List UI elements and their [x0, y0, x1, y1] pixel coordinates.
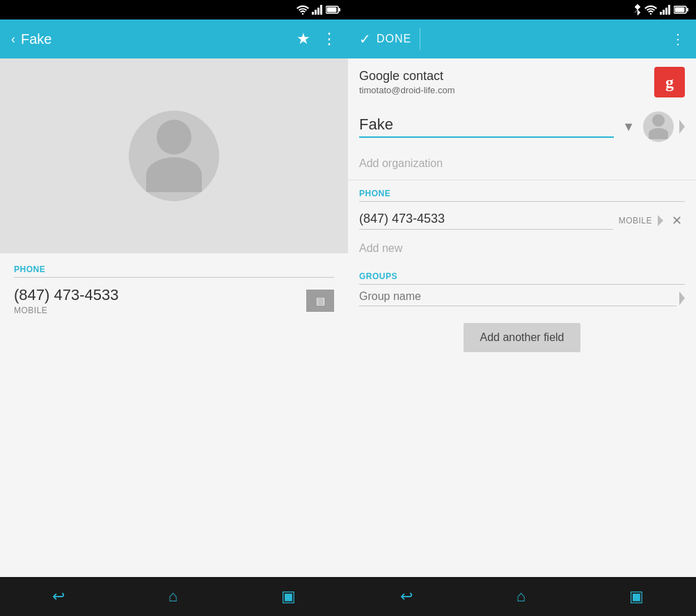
avatar-thumb-head	[652, 114, 665, 127]
battery-icon-left	[326, 6, 341, 14]
add-new-phone[interactable]: Add new	[348, 234, 696, 263]
signal-icon	[312, 5, 323, 15]
right-toolbar: ✓ DONE ⋮	[348, 19, 696, 58]
name-dropdown-button[interactable]: ▼	[619, 117, 638, 137]
add-another-field-button[interactable]: Add another field	[464, 323, 581, 352]
avatar	[129, 111, 219, 201]
svg-rect-9	[660, 12, 662, 15]
avatar-thumb-person-graphic	[649, 114, 668, 139]
battery-icon-right	[674, 6, 689, 14]
left-toolbar-icons: ★ ⋮	[296, 30, 337, 48]
menu-icon-left[interactable]: ⋮	[322, 30, 337, 48]
svg-rect-14	[687, 8, 689, 12]
svg-rect-10	[663, 10, 665, 15]
group-edge-marker	[679, 292, 685, 306]
left-phone-section: PHONE (847) 473-4533 MOBILE ▤	[0, 253, 348, 315]
back-button[interactable]: ‹	[11, 32, 15, 47]
svg-rect-4	[320, 5, 322, 15]
phone-edit-input[interactable]	[359, 212, 613, 230]
back-nav-button-left[interactable]: ↩	[41, 582, 76, 611]
google-contact-info: Google contact timotato@droid-life.com	[359, 69, 454, 95]
back-nav-button-right[interactable]: ↩	[389, 582, 424, 611]
avatar-person-graphic	[146, 120, 202, 192]
svg-rect-3	[317, 8, 319, 15]
google-contact-email: timotato@droid-life.com	[359, 85, 454, 95]
right-groups-divider	[359, 284, 685, 285]
svg-rect-15	[675, 8, 685, 13]
phone-number: (847) 473-4533	[14, 286, 306, 304]
google-logo: g	[654, 67, 685, 97]
right-phone-label: PHONE	[359, 189, 685, 198]
svg-rect-6	[339, 8, 341, 12]
wifi-icon	[296, 5, 309, 15]
group-name-input[interactable]	[359, 290, 677, 306]
remove-phone-button[interactable]: ✕	[669, 210, 685, 231]
sms-button[interactable]: ▤	[306, 290, 334, 312]
status-icons-left	[296, 5, 341, 15]
phone-edit-row: MOBILE ✕	[359, 207, 685, 234]
left-panel: ‹ Fake ★ ⋮ PHONE (847)	[0, 19, 348, 577]
right-groups-section: GROUPS	[348, 263, 696, 306]
add-organization[interactable]: Add organization	[348, 148, 696, 180]
home-nav-button-right[interactable]: ⌂	[505, 582, 537, 611]
avatar-body	[146, 157, 202, 192]
status-icons-right	[633, 4, 689, 15]
contact-avatar-area	[0, 58, 348, 253]
menu-icon-right[interactable]: ⋮	[671, 31, 685, 47]
signal-icon-right	[660, 5, 671, 15]
avatar-thumbnail	[643, 111, 674, 142]
sms-icon: ▤	[316, 295, 325, 306]
left-nav-bar: ↩ ⌂ ▣	[0, 577, 348, 616]
phone-type: MOBILE	[14, 306, 306, 315]
done-button[interactable]: ✓ DONE	[359, 31, 411, 47]
right-content: Google contact timotato@droid-life.com g…	[348, 58, 696, 577]
avatar-thumb-body	[649, 128, 668, 139]
wifi-icon-right	[644, 5, 657, 15]
group-row	[359, 290, 685, 306]
done-label: DONE	[377, 33, 411, 45]
add-field-button-area: Add another field	[348, 306, 696, 369]
nav-bars-row: ↩ ⌂ ▣ ↩ ⌂ ▣	[0, 577, 696, 616]
avatar-head	[157, 120, 191, 155]
right-phone-divider	[359, 201, 685, 202]
svg-rect-7	[327, 8, 337, 13]
left-panel-title: Fake	[21, 31, 296, 47]
svg-point-0	[302, 13, 303, 15]
phone-section-label: PHONE	[14, 264, 334, 274]
google-contact-header: Google contact timotato@droid-life.com g	[348, 58, 696, 106]
check-icon: ✓	[359, 31, 371, 47]
right-phone-section: PHONE MOBILE ✕	[348, 180, 696, 234]
right-nav-bar: ↩ ⌂ ▣	[348, 577, 696, 616]
name-input-wrap	[359, 116, 614, 138]
svg-rect-1	[312, 12, 314, 15]
name-input[interactable]	[359, 116, 614, 138]
svg-rect-11	[665, 8, 667, 15]
status-bar-left	[0, 0, 348, 19]
left-toolbar: ‹ Fake ★ ⋮	[0, 19, 348, 58]
google-contact-name: Google contact	[359, 69, 454, 84]
svg-rect-2	[315, 10, 317, 15]
group-input-wrap	[359, 290, 677, 306]
bluetooth-icon	[633, 4, 642, 15]
phone-type-label: MOBILE	[619, 216, 652, 226]
right-panel: ✓ DONE ⋮ Google contact timotato@droid-l…	[348, 19, 696, 577]
phone-info: (847) 473-4533 MOBILE	[14, 286, 306, 315]
favorite-icon[interactable]: ★	[296, 30, 310, 48]
phone-type-marker	[658, 215, 663, 226]
name-field-area: ▼	[348, 106, 696, 148]
right-groups-label: GROUPS	[359, 271, 685, 281]
home-nav-button-left[interactable]: ⌂	[157, 582, 189, 611]
phone-row: (847) 473-4533 MOBILE ▤	[14, 286, 334, 315]
toolbar-divider	[420, 28, 420, 50]
left-content: PHONE (847) 473-4533 MOBILE ▤	[0, 253, 348, 577]
svg-rect-12	[668, 5, 670, 15]
recent-nav-button-right[interactable]: ▣	[618, 582, 655, 611]
phone-section-divider	[14, 277, 334, 278]
status-bar-right	[348, 0, 696, 19]
svg-point-8	[650, 13, 651, 15]
recent-nav-button-left[interactable]: ▣	[270, 582, 307, 611]
edge-marker	[679, 120, 685, 134]
